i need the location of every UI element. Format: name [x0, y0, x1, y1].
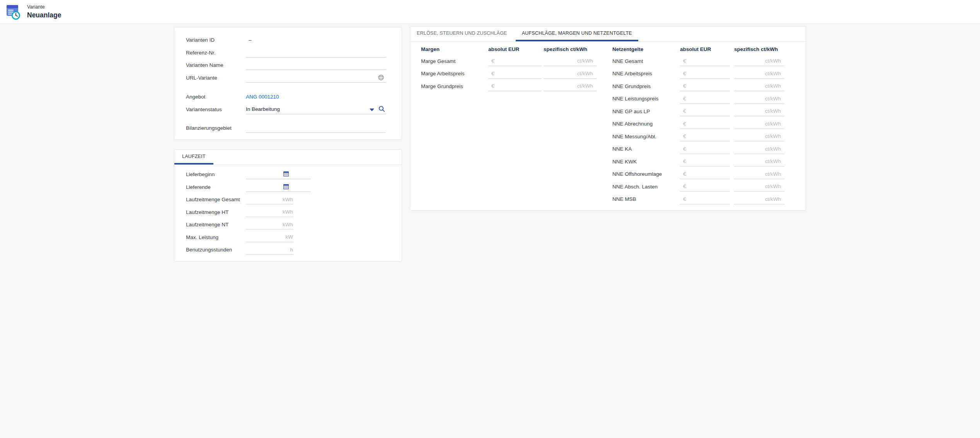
netzentgelte-spezifisch-input[interactable]: ct/kWh: [734, 81, 784, 91]
margen-spezifisch-input[interactable]: ct/kWh: [544, 56, 597, 66]
netzentgelte-absolut-eur-input[interactable]: €: [680, 94, 730, 104]
eur-placeholder: €: [683, 71, 686, 76]
absolut-eur-column-header: absolut EUR: [488, 46, 542, 52]
tab-erloese-steuern-zuschlaege[interactable]: ERLÖSE, STEUERN UND ZUSCHLÄGE: [411, 27, 513, 41]
netzentgelte-spezifisch-input[interactable]: ct/kWh: [734, 94, 784, 104]
laufzeitmenge-nt-label: Laufzeitmenge NT: [186, 222, 228, 227]
lieferbeginn-input[interactable]: [246, 170, 311, 179]
form-row-referenz-nr: Referenz-Nr.: [174, 46, 402, 59]
margen-row: Marge Grundpreis € ct/kWh: [421, 80, 597, 93]
eur-placeholder: €: [683, 121, 686, 127]
url-variante-input[interactable]: [246, 73, 386, 83]
referenz-nr-input[interactable]: [246, 48, 386, 58]
form-row-lieferende: Lieferende: [174, 181, 402, 194]
laufzeitmenge-ht-input[interactable]: kWh: [246, 207, 293, 217]
margen-header-row: Margen absolut EUR spezifisch ct/kWh: [421, 43, 597, 55]
margen-spezifisch-input[interactable]: ct/kWh: [544, 81, 597, 91]
netzentgelte-absolut-eur-input[interactable]: €: [680, 69, 730, 79]
netzentgelte-row-label: NNE Arbeitspreis: [612, 71, 676, 76]
netzentgelte-row-label: NNE GP aus LP: [612, 109, 676, 114]
netzentgelte-absolut-eur-input[interactable]: €: [680, 144, 730, 154]
netzentgelte-absolut-eur-input[interactable]: €: [680, 56, 730, 66]
form-row-angebot: Angebot ANG 0001210: [174, 90, 402, 103]
netzentgelte-row-label: NNE Offshoreumlage: [612, 171, 676, 177]
margen-absolut-eur-input[interactable]: €: [488, 56, 542, 66]
netzentgelte-spezifisch-input[interactable]: ct/kWh: [734, 106, 784, 116]
margen-spezifisch-input[interactable]: ct/kWh: [544, 69, 597, 79]
form-row-url-variante: URL-Variante: [174, 71, 402, 84]
margen-row-label: Marge Grundpreis: [421, 83, 486, 89]
netzentgelte-spezifisch-input[interactable]: ct/kWh: [734, 119, 784, 129]
form-row-bilanzierungsgebiet: Bilanzierungsgebiet: [174, 122, 402, 134]
netzentgelte-column-header: Netzentgelte: [612, 46, 676, 52]
netzentgelte-spezifisch-input[interactable]: ct/kWh: [734, 56, 784, 66]
netzentgelte-absolut-eur-input[interactable]: €: [680, 169, 730, 179]
margen-absolut-eur-input[interactable]: €: [488, 69, 542, 79]
eur-placeholder: €: [683, 183, 686, 189]
laufzeitmenge-ht-label: Laufzeitmenge HT: [186, 209, 228, 215]
tab-laufzeit[interactable]: LAUFZEIT: [174, 150, 213, 165]
netzentgelte-spezifisch-input[interactable]: ct/kWh: [734, 131, 784, 141]
globe-icon: [378, 75, 384, 80]
laufzeitmenge-nt-input[interactable]: kWh: [246, 220, 293, 229]
form-row-variantenstatus: Variantenstatus In Bearbeitung: [174, 103, 402, 116]
netzentgelte-row-label: NNE Absch. Lasten: [612, 184, 676, 190]
netzentgelte-row: NNE KWK € ct/kWh: [612, 155, 784, 168]
margen-column-header: Margen: [421, 46, 486, 52]
eur-placeholder: €: [491, 83, 494, 89]
netzentgelte-row-label: NNE Grundpreis: [612, 83, 676, 89]
netzentgelte-spezifisch-input[interactable]: ct/kWh: [734, 182, 784, 192]
dropdown-arrow-icon[interactable]: [370, 109, 374, 111]
netzentgelte-spezifisch-input[interactable]: ct/kWh: [734, 69, 784, 79]
netzentgelte-spezifisch-input[interactable]: ct/kWh: [734, 156, 784, 166]
netzentgelte-spezifisch-input[interactable]: ct/kWh: [734, 169, 784, 179]
eur-placeholder: €: [491, 58, 494, 64]
netzentgelte-absolut-eur-input[interactable]: €: [680, 119, 730, 129]
form-row-varianten-name: Varianten Name: [174, 59, 402, 71]
netzentgelte-row: NNE Arbeitspreis € ct/kWh: [612, 68, 784, 80]
varianten-name-input[interactable]: [246, 60, 386, 70]
margen-absolut-eur-input[interactable]: €: [488, 81, 542, 91]
calendar-icon[interactable]: [283, 184, 289, 189]
variantenstatus-select[interactable]: In Bearbeitung: [246, 105, 386, 114]
angebot-link[interactable]: ANG 0001210: [246, 94, 279, 100]
margen-row: Marge Gesamt € ct/kWh: [421, 55, 597, 68]
form-row-lieferbeginn: Lieferbeginn: [174, 168, 402, 181]
netzentgelte-group: Netzentgelte absolut EUR spezifisch ct/k…: [612, 43, 784, 205]
calendar-icon[interactable]: [283, 171, 289, 177]
netzentgelte-absolut-eur-input[interactable]: €: [680, 106, 730, 116]
netzentgelte-spezifisch-input[interactable]: ct/kWh: [734, 144, 784, 154]
netzentgelte-row: NNE Messung/Abl. € ct/kWh: [612, 130, 784, 143]
netzentgelte-absolut-eur-input[interactable]: €: [680, 194, 730, 204]
margen-rows: Marge Gesamt € ct/kWh Marge Arbeitspreis…: [421, 55, 597, 93]
margen-row-label: Marge Arbeitspreis: [421, 71, 486, 76]
benutzungsstunden-input[interactable]: h: [246, 245, 293, 255]
laufzeitmenge-gesamt-label: Laufzeitmenge Gesamt: [186, 197, 240, 202]
netzentgelte-absolut-eur-input[interactable]: €: [680, 131, 730, 141]
ctkwh-placeholder: ct/kWh: [765, 196, 781, 202]
pricing-tabstrip: ERLÖSE, STEUERN UND ZUSCHLÄGE AUFSCHLÄGE…: [410, 27, 806, 42]
ctkwh-placeholder: ct/kWh: [765, 158, 781, 164]
netzentgelte-absolut-eur-input[interactable]: €: [680, 182, 730, 192]
lieferende-input[interactable]: [246, 182, 311, 192]
laufzeitmenge-gesamt-input[interactable]: kWh: [246, 195, 293, 204]
max-leistung-input[interactable]: kW: [246, 233, 293, 242]
variantenstatus-value: In Bearbeitung: [246, 106, 280, 112]
ctkwh-placeholder: ct/kWh: [577, 83, 593, 89]
netzentgelte-absolut-eur-input[interactable]: €: [680, 156, 730, 166]
pricing-card: ERLÖSE, STEUERN UND ZUSCHLÄGE AUFSCHLÄGE…: [410, 26, 806, 211]
ctkwh-placeholder: ct/kWh: [765, 96, 781, 102]
netzentgelte-row: NNE Leistungspreis € ct/kWh: [612, 93, 784, 105]
app-label: Variante: [27, 4, 61, 10]
netzentgelte-rows: NNE Gesamt € ct/kWh NNE Arbeitspreis €: [612, 55, 784, 205]
netzentgelte-absolut-eur-input[interactable]: €: [680, 81, 730, 91]
bilanzierungsgebiet-input[interactable]: [246, 123, 386, 133]
variantenstatus-label: Variantenstatus: [186, 106, 222, 112]
eur-placeholder: €: [683, 171, 686, 177]
netzentgelte-spezifisch-input[interactable]: ct/kWh: [734, 194, 784, 204]
referenz-nr-label: Referenz-Nr.: [186, 49, 216, 55]
value-help-search-icon[interactable]: [378, 105, 385, 112]
tab-aufschlaege-margen-netzentgelte[interactable]: AUFSCHLÄGE, MARGEN UND NETZENTGELTE: [516, 27, 638, 41]
eur-placeholder: €: [683, 58, 686, 64]
lieferbeginn-label: Lieferbeginn: [186, 171, 215, 177]
